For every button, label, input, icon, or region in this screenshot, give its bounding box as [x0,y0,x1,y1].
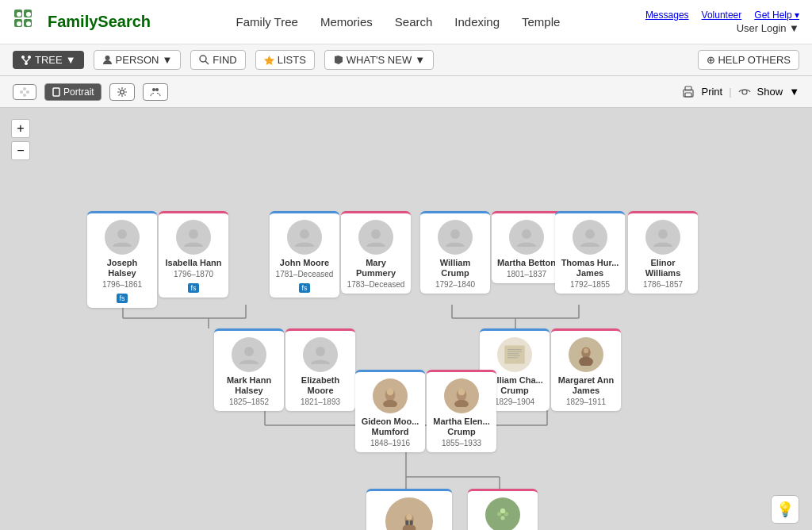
toolbar-left: Portrait [13,83,168,101]
fs-badge: fs [299,283,309,293]
toolbar: Portrait Print | Show ▼ [0,76,812,108]
volunteer-link[interactable]: Volunteer [702,10,742,21]
people-btn[interactable] [143,83,168,101]
person-john-moore[interactable]: John Moore 1781–Deceased fs [270,211,339,298]
logo-text[interactable]: FamilySearch [48,13,151,31]
nav-search[interactable]: Search [395,15,433,29]
avatar [438,220,473,255]
whats-new-button[interactable]: WHAT'S NEW ▼ [324,50,434,70]
svg-point-10 [25,62,28,65]
avatar [509,220,544,255]
person-name: Martha Betton [496,258,557,268]
svg-point-74 [406,514,412,520]
help-others-button[interactable]: ⊕ HELP OTHERS [698,50,799,70]
avatar [176,220,211,255]
svg-point-5 [26,12,31,17]
person-victor-mumford[interactable]: Victor Emanuel Mumford 1885–1973 [366,489,452,530]
person-william-crump[interactable]: William Crump 1792–1840 [420,211,490,294]
tip-button[interactable]: 💡 [771,495,799,524]
nav-temple[interactable]: Temple [522,15,560,29]
sec-nav-left: TREE ▼ PERSON ▼ FIND LISTS WHAT'S NEW ▼ [13,50,434,70]
svg-rect-27 [685,93,691,97]
svg-point-17 [20,90,23,94]
person-button[interactable]: PERSON ▼ [94,50,182,70]
avatar [485,497,520,530]
logo-icon [13,8,41,36]
nav-family-tree[interactable]: Family Tree [236,15,298,29]
svg-point-71 [454,400,469,407]
tree-view-btn[interactable] [13,84,36,100]
svg-point-14 [200,56,206,62]
user-login-link[interactable]: User Login ▼ [737,22,799,34]
person-name: Margaret Ann James [556,375,616,396]
top-right: Messages Volunteer Get Help ▾ User Login… [645,10,799,34]
zoom-out-btn[interactable]: − [11,141,30,160]
person-catherine-neff[interactable]: Catherine B... Neff 1885–1972 fs [468,489,538,530]
nav-memories[interactable]: Memories [320,15,373,29]
person-name: Mary Pummery [346,258,406,278]
avatar [287,220,322,255]
avatar [385,497,433,530]
person-dates: 1781–Deceased [274,270,335,278]
find-button[interactable]: FIND [190,50,245,70]
person-dates: 1786–1857 [633,280,693,289]
person-martha-betton[interactable]: Martha Betton 1801–1837 [492,211,561,283]
get-help-link[interactable]: Get Help ▾ [754,10,799,21]
settings-icon [117,86,128,98]
person-mary-pummery[interactable]: Mary Pummery 1783–Deceased [341,211,411,294]
person-mark-halsey[interactable]: Mark Hann Halsey 1825–1852 [214,328,284,411]
svg-line-15 [205,61,209,64]
svg-point-55 [244,347,254,356]
person-margaret-james[interactable]: Margaret Ann James 1829–1911 [551,328,621,411]
person-isabella-hann[interactable]: Isabella Hann 1796–1870 fs [159,211,228,298]
svg-point-8 [21,56,25,59]
avatar [569,337,603,372]
svg-rect-21 [53,88,59,96]
lists-icon [264,55,274,65]
lists-button[interactable]: LISTS [255,50,315,70]
person-dates: 1792–1840 [425,280,485,289]
zoom-in-btn[interactable]: + [11,119,30,138]
person-icon [102,55,113,65]
svg-point-19 [23,94,26,97]
person-name: William Crump [425,258,485,278]
nav-indexing[interactable]: Indexing [454,15,500,29]
svg-point-6 [17,21,21,26]
avatar [358,220,393,255]
person-name: Isabella Hann [163,258,224,268]
svg-point-67 [387,388,394,395]
svg-point-81 [504,512,508,516]
avatar [444,378,479,413]
person-name: Elinor Williams [633,258,693,278]
svg-rect-78 [492,504,514,526]
toolbar-right: Print | Show ▼ [682,86,799,98]
tree-icon [21,55,32,66]
tree-button[interactable]: TREE ▼ [13,51,84,69]
messages-link[interactable]: Messages [645,10,689,21]
svg-point-22 [120,90,124,94]
avatar [373,378,408,413]
person-gideon-mumford[interactable]: Gideon Moo... Mumford 1848–1916 [355,370,425,452]
svg-point-80 [497,512,501,516]
svg-point-53 [585,229,595,239]
fs-badge: fs [117,294,127,303]
portrait-view-btn[interactable]: Portrait [44,83,102,101]
top-bar: FamilySearch Family Tree Memories Search… [0,0,812,44]
svg-point-49 [300,229,309,239]
settings-btn[interactable] [109,83,135,101]
person-thomas-james[interactable]: Thomas Hur... James 1792–1855 [555,211,625,294]
svg-line-11 [23,59,26,62]
find-icon [199,55,209,65]
person-martha-crump[interactable]: Martha Elen... Crump 1855–1933 [427,370,496,452]
person-dates: 1829–1911 [556,398,616,406]
person-name: Gideon Moo... Mumford [360,417,420,437]
whats-new-icon [333,55,343,65]
svg-point-68 [383,400,397,407]
svg-point-79 [500,509,505,513]
person-elizabeth-moore[interactable]: Elizabeth Moore 1821–1893 [285,328,355,411]
person-joseph-halsey[interactable]: Joseph Halsey 1796–1861 fs [87,211,157,308]
person-name: Joseph Halsey [92,258,152,278]
person-elinor-williams[interactable]: Elinor Williams 1786–1857 [628,211,698,294]
person-dates: 1848–1916 [360,439,420,447]
svg-point-23 [152,88,155,91]
